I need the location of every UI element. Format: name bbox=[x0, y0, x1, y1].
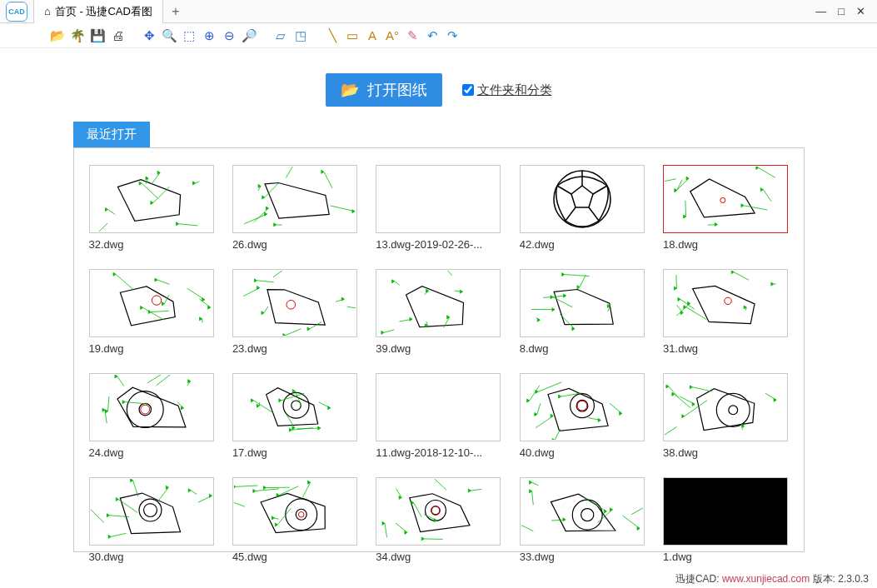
svg-line-55 bbox=[560, 314, 575, 329]
svg-line-126 bbox=[274, 518, 278, 519]
thumbnail-label: 30.dwg bbox=[89, 551, 214, 563]
rect-icon[interactable]: ▭ bbox=[343, 27, 361, 45]
svg-line-30 bbox=[157, 280, 168, 284]
svg-line-69 bbox=[676, 303, 690, 316]
zoom-extents-icon[interactable]: 🔍 bbox=[160, 27, 178, 45]
svg-line-53 bbox=[580, 275, 585, 287]
status-url-link[interactable]: www.xunjiecad.com bbox=[722, 573, 810, 585]
open-file-icon[interactable]: 📂 bbox=[48, 27, 67, 45]
folder-category-check[interactable]: 文件夹和分类 bbox=[462, 82, 552, 98]
file-thumbnail[interactable]: 30.dwg bbox=[89, 477, 214, 563]
view-iso1-icon[interactable]: ▱ bbox=[272, 27, 290, 45]
app-logo: CAD bbox=[0, 0, 33, 23]
status-version: 2.3.0.3 bbox=[838, 573, 869, 585]
svg-line-67 bbox=[686, 307, 707, 320]
svg-point-112 bbox=[139, 499, 162, 521]
svg-line-50 bbox=[384, 330, 394, 333]
thumbnail-label: 19.dwg bbox=[89, 342, 214, 355]
thumbnail-image bbox=[89, 269, 214, 337]
svg-line-46 bbox=[444, 317, 450, 328]
file-thumbnail[interactable]: 40.dwg bbox=[520, 373, 645, 459]
view-iso2-icon[interactable]: ◳ bbox=[292, 27, 310, 45]
file-thumbnail[interactable]: 17.dwg bbox=[232, 373, 357, 459]
file-thumbnail[interactable]: 11.dwg-2018-12-10-... bbox=[376, 373, 501, 459]
file-thumbnail[interactable]: 38.dwg bbox=[663, 373, 788, 459]
file-thumbnail[interactable]: 31.dwg bbox=[663, 269, 788, 355]
svg-point-93 bbox=[577, 401, 587, 411]
svg-point-91 bbox=[570, 394, 594, 418]
svg-point-113 bbox=[143, 504, 157, 517]
thumbnail-label: 38.dwg bbox=[663, 446, 788, 459]
erase-icon[interactable]: ✎ bbox=[403, 27, 421, 45]
zoom-out-icon[interactable]: ⊖ bbox=[220, 27, 238, 45]
new-tab-button[interactable]: + bbox=[163, 4, 188, 19]
undo-icon[interactable]: ↶ bbox=[423, 27, 441, 45]
svg-line-73 bbox=[156, 375, 172, 386]
recent-panel: 最近打开 32.dwg26.dwg13.dwg-2019-02-26-...42… bbox=[73, 122, 805, 552]
file-thumbnail[interactable]: 32.dwg bbox=[89, 165, 214, 251]
thumbnail-label: 23.dwg bbox=[232, 342, 357, 355]
file-thumbnail[interactable]: 34.dwg bbox=[376, 477, 501, 563]
print-icon[interactable]: 🖨 bbox=[108, 27, 127, 45]
thumbnail-image bbox=[89, 165, 214, 233]
svg-point-122 bbox=[286, 499, 317, 531]
dim-icon[interactable]: A° bbox=[383, 27, 401, 45]
maximize-button[interactable]: □ bbox=[838, 5, 845, 17]
file-thumbnail[interactable]: 42.dwg bbox=[520, 165, 645, 251]
folder-checkbox[interactable] bbox=[462, 84, 474, 96]
file-thumbnail[interactable]: 1.dwg bbox=[663, 477, 788, 563]
redo-icon[interactable]: ↷ bbox=[443, 27, 461, 45]
tab-home[interactable]: ⌂ 首页 - 迅捷CAD看图 bbox=[33, 0, 163, 23]
zoom-all-icon[interactable]: 🔎 bbox=[240, 27, 258, 45]
minimize-button[interactable]: — bbox=[815, 5, 826, 17]
svg-line-150 bbox=[531, 482, 538, 486]
svg-line-24 bbox=[763, 190, 771, 202]
svg-line-115 bbox=[157, 487, 168, 501]
thumbnail-image bbox=[663, 373, 788, 441]
folder-checkbox-label[interactable]: 文件夹和分类 bbox=[477, 82, 552, 98]
svg-line-99 bbox=[529, 386, 539, 401]
line-icon[interactable]: ╲ bbox=[323, 27, 341, 45]
file-thumbnail[interactable]: 23.dwg bbox=[232, 269, 357, 355]
thumbnail-image bbox=[89, 373, 214, 441]
thumbnail-label: 34.dwg bbox=[376, 551, 501, 563]
file-thumbnail[interactable]: 18.dwg bbox=[663, 165, 788, 251]
pan-icon[interactable]: ✥ bbox=[140, 27, 158, 45]
svg-line-116 bbox=[111, 533, 126, 536]
status-product: 迅捷CAD: bbox=[675, 573, 722, 585]
file-thumbnail[interactable]: 26.dwg bbox=[232, 165, 357, 251]
svg-line-13 bbox=[254, 208, 269, 222]
file-thumbnail[interactable]: 33.dwg bbox=[520, 477, 645, 563]
svg-line-12 bbox=[265, 183, 279, 197]
thumbnails-grid: 32.dwg26.dwg13.dwg-2019-02-26-...42.dwg1… bbox=[89, 165, 789, 563]
thumbnail-label: 40.dwg bbox=[520, 446, 645, 459]
close-button[interactable]: ✕ bbox=[856, 5, 865, 17]
file-thumbnail[interactable]: 39.dwg bbox=[376, 269, 501, 355]
folder-open-icon: 📂 bbox=[341, 81, 359, 99]
file-thumbnail[interactable]: 13.dwg-2019-02-26-... bbox=[376, 165, 501, 251]
svg-point-124 bbox=[298, 511, 304, 517]
svg-line-4 bbox=[152, 187, 169, 202]
svg-line-22 bbox=[744, 206, 767, 210]
thumbnail-image bbox=[663, 165, 788, 233]
text-icon[interactable]: A bbox=[363, 27, 381, 45]
svg-line-62 bbox=[734, 272, 749, 281]
svg-line-100 bbox=[561, 393, 581, 396]
file-thumbnail[interactable]: 8.dwg bbox=[520, 269, 645, 355]
svg-point-27 bbox=[152, 296, 161, 305]
open-drawing-button[interactable]: 📂 打开图纸 bbox=[326, 73, 442, 107]
file-thumbnail[interactable]: 45.dwg bbox=[232, 477, 357, 563]
svg-line-120 bbox=[118, 500, 137, 513]
thumbnail-image bbox=[520, 269, 645, 337]
file-thumbnail[interactable]: 24.dwg bbox=[89, 373, 214, 459]
zoom-in-icon[interactable]: ⊕ bbox=[200, 27, 218, 45]
svg-line-106 bbox=[669, 386, 678, 397]
zoom-window-icon[interactable]: ⬚ bbox=[180, 27, 198, 45]
file-thumbnail[interactable]: 19.dwg bbox=[89, 269, 214, 355]
svg-point-92 bbox=[576, 400, 588, 411]
tree-icon[interactable]: 🌴 bbox=[68, 27, 87, 45]
svg-line-111 bbox=[685, 401, 707, 416]
save-icon[interactable]: 💾 bbox=[88, 27, 107, 45]
thumbnail-label: 17.dwg bbox=[232, 446, 357, 459]
thumbnail-image bbox=[376, 269, 501, 337]
